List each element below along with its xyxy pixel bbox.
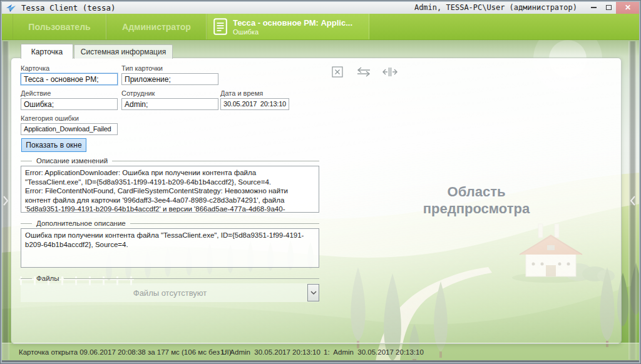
action-input[interactable]: Ошибка; bbox=[21, 98, 118, 110]
split-view-icon bbox=[382, 66, 398, 78]
split-view-button[interactable] bbox=[382, 66, 398, 78]
chevron-right-icon bbox=[2, 195, 9, 206]
tessa-client-window: Tessa Client (tessa) Admin, TESSA-PC\Use… bbox=[0, 0, 641, 364]
card-field-label: Карточка bbox=[21, 64, 49, 72]
preview-area-placeholder: Область предпросмотра bbox=[332, 183, 621, 217]
card-type-label: Тип карточки bbox=[121, 64, 163, 72]
changes-description-textarea[interactable]: Error: ApplicationDownloader: Ошибка при… bbox=[21, 166, 319, 213]
logged-user-info: Admin, TESSA-PC\User (администратор) bbox=[414, 3, 577, 12]
files-dropdown-button[interactable] bbox=[307, 284, 319, 301]
status-created-info: 1: Admin 30.05.2017 20:13:10 bbox=[220, 343, 320, 361]
tab-system-info-label: Системная информация bbox=[81, 48, 166, 56]
additional-group-caption: Дополнительное описание bbox=[21, 220, 319, 227]
active-tab-subtitle: Ошибка bbox=[233, 28, 352, 36]
document-icon bbox=[213, 18, 227, 35]
close-icon: ✕ bbox=[625, 3, 631, 12]
content-area: Карточка Системная информация Карточка Т… bbox=[0, 40, 641, 364]
swap-panels-button[interactable] bbox=[356, 66, 372, 78]
tab-card-active[interactable]: Тесса - основное РМ: Applic... Ошибка bbox=[207, 14, 369, 39]
files-group-caption: Файлы bbox=[21, 275, 319, 282]
maximize-icon bbox=[606, 5, 612, 10]
right-panel-expander[interactable] bbox=[628, 41, 637, 360]
maximize-button[interactable] bbox=[601, 1, 616, 14]
files-list: Файлы отсутствуют bbox=[21, 283, 319, 302]
tessa-bird-icon bbox=[6, 3, 16, 13]
window-bottom-edge bbox=[0, 360, 641, 364]
files-empty-text: Файлы отсутствуют bbox=[133, 288, 207, 298]
close-preview-button[interactable] bbox=[329, 66, 346, 78]
minimize-button[interactable] bbox=[586, 1, 601, 14]
tab-card[interactable]: Карточка bbox=[21, 44, 73, 59]
window-title: Tessa Client (tessa) bbox=[21, 3, 116, 13]
workspace-tab-bar: Пользователь Администратор Тесса - основ… bbox=[1, 14, 640, 40]
tab-user[interactable]: Пользователь bbox=[13, 14, 106, 39]
status-modified-info: 1: Admin 30.05.2017 20:13:10 bbox=[324, 343, 424, 361]
error-category-input[interactable]: Application_Download_Failed bbox=[21, 123, 118, 135]
employee-input[interactable]: Admin; bbox=[121, 98, 218, 110]
tab-administrator-label: Администратор bbox=[122, 22, 191, 32]
close-preview-icon bbox=[332, 66, 343, 78]
tab-administrator[interactable]: Администратор bbox=[106, 14, 207, 39]
datetime-input[interactable]: 30.05.2017 20:13:10 bbox=[220, 98, 289, 110]
tab-system-info[interactable]: Системная информация bbox=[74, 44, 173, 59]
changes-group-caption: Описание изменений bbox=[21, 157, 319, 164]
tab-user-label: Пользователь bbox=[28, 22, 90, 32]
status-card-opened: Карточка открыта 09.06.2017 20:08:38 за … bbox=[19, 343, 232, 361]
card-panel: Карточка Системная информация Карточка Т… bbox=[11, 58, 622, 344]
card-field-input[interactable]: Тесса - основное РМ; bbox=[21, 73, 118, 85]
datetime-label: Дата и время bbox=[220, 89, 263, 97]
card-type-input[interactable]: Приложение; bbox=[121, 73, 218, 85]
chevron-down-icon bbox=[310, 290, 317, 295]
employee-label: Сотрудник bbox=[121, 89, 155, 97]
chevron-left-icon bbox=[629, 195, 637, 206]
tab-card-label: Карточка bbox=[31, 48, 63, 56]
action-label: Действие bbox=[21, 89, 51, 97]
additional-description-textarea[interactable]: Ошибка при получении контента файла "Tes… bbox=[21, 228, 319, 268]
swap-arrows-icon bbox=[356, 66, 372, 78]
close-button[interactable]: ✕ bbox=[616, 1, 640, 14]
preview-toolbar bbox=[329, 66, 398, 78]
error-category-label: Категория ошибки bbox=[21, 114, 79, 122]
minimize-icon bbox=[591, 7, 597, 8]
status-bar: Карточка открыта 09.06.2017 20:08:38 за … bbox=[1, 343, 640, 360]
show-in-window-button[interactable]: Показать в окне bbox=[21, 138, 86, 152]
active-tab-title: Тесса - основное РМ: Applic... bbox=[233, 18, 352, 28]
left-panel-expander[interactable] bbox=[1, 41, 9, 360]
title-bar: Tessa Client (tessa) Admin, TESSA-PC\Use… bbox=[1, 1, 640, 14]
